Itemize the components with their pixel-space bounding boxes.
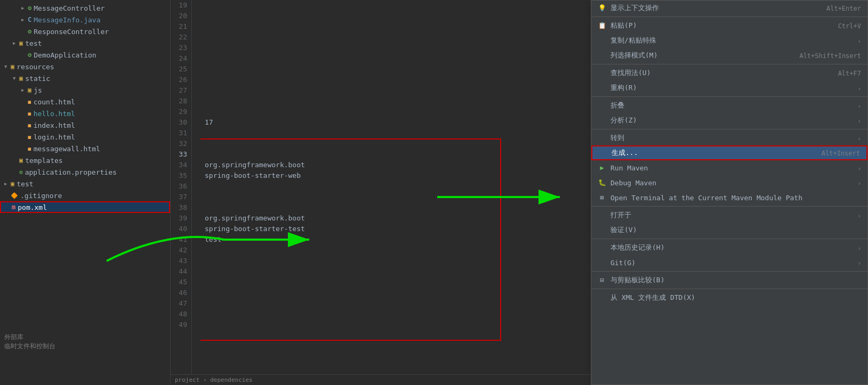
- tree-item-index.html[interactable]: ◼index.html: [0, 119, 170, 131]
- menu-right: Ctrl+V: [838, 22, 861, 30]
- tree-label: .gitignore: [20, 192, 62, 200]
- tree-item-.gitignore[interactable]: 🔶.gitignore: [0, 190, 170, 201]
- tree-item-test[interactable]: ▶▣test: [0, 37, 170, 49]
- line-number: 33: [171, 149, 187, 160]
- menu-right: ›: [853, 211, 861, 219]
- menu-icon: ⊞: [598, 194, 606, 201]
- html-icon: ◼: [28, 110, 31, 117]
- tree-label: MessageController: [34, 4, 105, 12]
- menu-label: 验证(V): [610, 225, 637, 235]
- folder-icon: ▣: [28, 86, 31, 94]
- line-number: 45: [171, 277, 187, 288]
- menu-item-find-usage[interactable]: 查找用法(U)Alt+F7: [591, 65, 867, 80]
- menu-right: Alt+Shift+Insert: [799, 52, 861, 60]
- line-number: 25: [171, 64, 187, 75]
- line-number: 23: [171, 43, 187, 53]
- menu-item-compare-clipboard[interactable]: ⊟与剪贴板比较(B): [591, 273, 867, 288]
- context-menu: 💡显示上下文操作Alt+Enter📋粘贴(P)Ctrl+V复制/粘贴特殊›列选择…: [591, 0, 868, 374]
- menu-left: ⊞Open Terminal at the Current Maven Modu…: [598, 194, 802, 202]
- menu-left: 打开于: [598, 210, 631, 220]
- folder-icon: ▣: [11, 180, 14, 187]
- line-number: 27: [171, 85, 187, 96]
- tree-item-messagewall.html[interactable]: ◼messagewall.html: [0, 143, 170, 154]
- spring-icon: ⚙: [28, 28, 31, 35]
- tree-label: templates: [25, 157, 62, 165]
- menu-label: 从 XML 文件生成 DTD(X): [610, 293, 695, 302]
- menu-left: Git(G): [598, 259, 636, 267]
- line-number: 44: [171, 266, 187, 277]
- tree-arrow: ▼: [4, 64, 10, 69]
- tree-item-MessageController[interactable]: ▶⚙MessageController: [0, 2, 170, 14]
- maven-icon: m: [12, 203, 15, 211]
- menu-left: 分析(Z): [598, 116, 637, 125]
- tree-label: application.properties: [25, 168, 117, 176]
- tree-item-login.html[interactable]: ◼login.html: [0, 131, 170, 143]
- html-icon: ◼: [28, 134, 31, 141]
- tree-item-MessageInfo[interactable]: ▶CMessageInfo.java: [0, 14, 170, 26]
- tree-label: hello.html: [34, 110, 75, 118]
- tree-item-DemoApplication[interactable]: ⚙DemoApplication: [0, 49, 170, 61]
- tree-label: ResponseController: [34, 28, 109, 36]
- line-number: 26: [171, 75, 187, 85]
- menu-left: 生成...: [599, 148, 638, 158]
- tree-item-ResponseController[interactable]: ⚙ResponseController: [0, 26, 170, 37]
- tree-arrow: ▶: [21, 87, 27, 93]
- menu-label: 折叠: [610, 101, 624, 110]
- menu-item-analyze[interactable]: 分析(Z)›: [591, 113, 867, 128]
- line-number: 49: [171, 320, 187, 330]
- menu-item-column-select[interactable]: 列选择模式(M)Alt+Shift+Insert: [591, 48, 867, 63]
- line-number: 35: [171, 170, 187, 181]
- menu-item-open-terminal[interactable]: ⊞Open Terminal at the Current Maven Modu…: [591, 190, 867, 205]
- menu-item-run-maven[interactable]: ▶Run Maven›: [591, 160, 867, 175]
- menu-item-git[interactable]: Git(G)›: [591, 255, 867, 270]
- menu-right: Alt+Insert: [822, 149, 860, 157]
- tree-item-pom.xml[interactable]: mpom.xml: [0, 201, 170, 213]
- submenu-arrow: ›: [857, 165, 861, 172]
- menu-item-validate[interactable]: 验证(V): [591, 223, 867, 237]
- tree-item-resources[interactable]: ▼▣resources: [0, 61, 170, 72]
- tree-item-test2[interactable]: ▶▣test: [0, 178, 170, 190]
- tree-item-count.html[interactable]: ◼count.html: [0, 96, 170, 108]
- line-number: 47: [171, 298, 187, 309]
- menu-item-paste[interactable]: 📋粘贴(P)Ctrl+V: [591, 18, 867, 33]
- menu-label: 查找用法(U): [610, 68, 650, 78]
- html-icon: ◼: [28, 145, 31, 152]
- menu-item-goto[interactable]: 转到›: [591, 130, 867, 145]
- menu-item-generate-dtd[interactable]: 从 XML 文件生成 DTD(X): [591, 290, 867, 305]
- tree-item-templates[interactable]: ▣templates: [0, 154, 170, 166]
- menu-left: ⊟与剪贴板比较(B): [598, 275, 664, 285]
- menu-left: 折叠: [598, 101, 624, 110]
- line-number: 38: [171, 202, 187, 213]
- menu-item-debug-maven[interactable]: 🐛Debug Maven›: [591, 175, 867, 190]
- line-number: 39: [171, 213, 187, 224]
- menu-item-open-in[interactable]: 打开于›: [591, 208, 867, 223]
- tree-item-js[interactable]: ▶▣js: [0, 84, 170, 96]
- tree-label: index.html: [34, 121, 75, 129]
- menu-item-show-context-actions[interactable]: 💡显示上下文操作Alt+Enter: [591, 1, 867, 15]
- menu-item-fold[interactable]: 折叠›: [591, 98, 867, 113]
- line-number: 28: [171, 96, 187, 107]
- menu-left: 🐛Debug Maven: [598, 179, 656, 187]
- menu-label: Git(G): [610, 259, 636, 267]
- menu-right: ›: [853, 117, 861, 125]
- tree-item-application.properties[interactable]: ⚙application.properties: [0, 166, 170, 178]
- menu-shortcut: Alt+Insert: [822, 150, 860, 157]
- menu-item-refactor[interactable]: 重构(R)›: [591, 80, 867, 95]
- menu-separator: [591, 239, 867, 239]
- menu-label: 本地历史记录(H): [610, 243, 664, 252]
- menu-icon: 📋: [598, 22, 606, 29]
- line-number: 36: [171, 181, 187, 192]
- menu-item-local-history[interactable]: 本地历史记录(H)›: [591, 240, 867, 255]
- folder-icon: ▣: [19, 157, 23, 164]
- menu-item-generate[interactable]: 生成...Alt+Insert: [591, 145, 867, 160]
- submenu-arrow: ›: [857, 38, 861, 45]
- menu-left: 本地历史记录(H): [598, 243, 664, 252]
- file-tree-sidebar: ▶⚙MessageController▶CMessageInfo.java⚙Re…: [0, 0, 171, 385]
- line-number: 48: [171, 309, 187, 320]
- menu-left: 查找用法(U): [598, 68, 650, 78]
- menu-shortcut: Alt+Shift+Insert: [799, 52, 861, 60]
- tree-item-static[interactable]: ▼▣static: [0, 72, 170, 84]
- menu-left: 💡显示上下文操作: [598, 3, 659, 13]
- menu-item-copy-paste-special[interactable]: 复制/粘贴特殊›: [591, 33, 867, 48]
- tree-item-hello.html[interactable]: ◼hello.html: [0, 108, 170, 119]
